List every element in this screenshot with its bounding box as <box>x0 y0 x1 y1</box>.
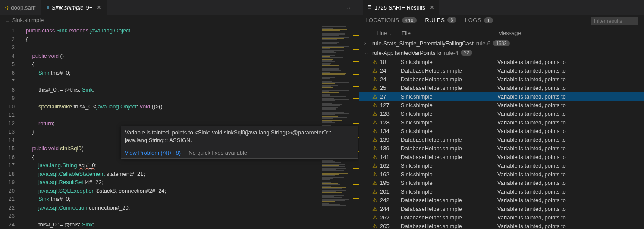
message: Variable is tainted, points to <box>497 206 566 212</box>
message: Variable is tainted, points to <box>497 145 566 152</box>
result-row[interactable]: ⚠162Sink.shimpleVariable is tainted, poi… <box>359 170 644 178</box>
tab-label: LOCATIONS <box>365 17 399 23</box>
panel-title: 1725 SARIF Results <box>374 4 425 11</box>
file-name: Sink.shimple <box>401 171 497 178</box>
panel-tab-sarif[interactable]: ☰ 1725 SARIF Results ✕ <box>363 0 439 15</box>
line-number: 262 <box>380 214 401 221</box>
result-row[interactable]: ⚠195Sink.shimpleVariable is tainted, poi… <box>359 178 644 187</box>
hover-message: Variable is tainted, points to <Sink: vo… <box>121 126 358 147</box>
line-number: 139 <box>380 137 401 143</box>
result-row[interactable]: ⚠162Sink.shimpleVariable is tainted, poi… <box>359 161 644 170</box>
view-tab-rules[interactable]: RULES6 <box>425 17 456 25</box>
editor-tab[interactable]: ≡Sink.shimple9+✕ <box>41 0 107 15</box>
message: Variable is tainted, points to <box>497 76 566 83</box>
file-name: DatabaseHelper.shimple <box>401 145 497 152</box>
result-rows[interactable]: ›rule-Stats_Simple_PotentiallyFailingCas… <box>359 38 644 229</box>
editor-tab[interactable]: {}doop.sarif <box>0 0 41 15</box>
message: Variable is tainted, points to <box>497 171 566 178</box>
result-row[interactable]: ⚠201Sink.shimpleVariable is tainted, poi… <box>359 187 644 196</box>
count-badge: 440 <box>402 17 417 23</box>
editor-group: {}doop.sarif≡Sink.shimple9+✕··· ≡ Sink.s… <box>0 0 359 229</box>
result-row[interactable]: ⚠134Sink.shimpleVariable is tainted, poi… <box>359 127 644 135</box>
result-row[interactable]: ⚠128Sink.shimpleVariable is tainted, poi… <box>359 118 644 127</box>
panel-header: LOCATIONS440RULES6LOGS1 <box>359 15 644 27</box>
warning-icon: ⚠ <box>372 154 380 160</box>
warning-icon: ⚠ <box>372 85 380 91</box>
warning-icon: ⚠ <box>372 67 380 74</box>
file-name: DatabaseHelper.shimple <box>401 197 497 204</box>
result-row[interactable]: ⚠139DatabaseHelper.shimpleVariable is ta… <box>359 135 644 144</box>
message: Variable is tainted, points to <box>497 162 566 169</box>
line-number: 128 <box>380 111 401 117</box>
code-editor[interactable]: 123456789101112131415161718192021222324 … <box>0 25 359 229</box>
file-name: DatabaseHelper.shimple <box>401 154 497 160</box>
warning-icon: ⚠ <box>372 188 380 195</box>
message: Variable is tainted, points to <box>497 214 566 221</box>
file-name: Sink.shimple <box>401 119 497 126</box>
col-line[interactable]: Line ↓ <box>377 30 402 36</box>
no-quick-fixes-label: No quick fixes available <box>188 149 247 156</box>
result-row[interactable]: ⚠18Sink.shimpleVariable is tainted, poin… <box>359 57 644 66</box>
result-row[interactable]: ⚠24DatabaseHelper.shimpleVariable is tai… <box>359 75 644 83</box>
line-number: 139 <box>380 145 401 152</box>
file-name: DatabaseHelper.shimple <box>401 206 497 212</box>
warning-icon: ⚠ <box>372 214 380 221</box>
result-row[interactable]: ⚠265DatabaseHelper.shimpleVariable is ta… <box>359 222 644 229</box>
close-icon[interactable]: ✕ <box>97 4 101 11</box>
tab-label: doop.sarif <box>11 4 35 11</box>
file-name: DatabaseHelper.shimple <box>401 137 497 143</box>
message: Variable is tainted, points to <box>497 180 566 186</box>
diagnostic-hover: Variable is tainted, points to <Sink: vo… <box>121 126 358 159</box>
line-number: 162 <box>380 171 401 178</box>
message: Variable is tainted, points to <box>497 154 566 160</box>
close-icon[interactable]: ✕ <box>430 4 434 11</box>
rule-id: rule-6 <box>476 40 490 47</box>
breadcrumb-label: Sink.shimple <box>12 17 44 23</box>
warning-icon: ⚠ <box>372 93 380 100</box>
file-name: DatabaseHelper.shimple <box>401 214 497 221</box>
tab-label: Sink.shimple <box>52 4 84 11</box>
result-row[interactable]: ⚠262DatabaseHelper.shimpleVariable is ta… <box>359 213 644 222</box>
chevron-right-icon: › <box>364 41 370 46</box>
result-row[interactable]: ⚠139DatabaseHelper.shimpleVariable is ta… <box>359 144 644 153</box>
chevron-down-icon: ⌄ <box>364 51 370 55</box>
line-number: 27 <box>380 93 401 100</box>
tab-overflow-button[interactable]: ··· <box>341 4 359 11</box>
result-row[interactable]: ⚠244DatabaseHelper.shimpleVariable is ta… <box>359 204 644 213</box>
warning-icon: ⚠ <box>372 223 380 229</box>
result-row[interactable]: ⚠141DatabaseHelper.shimpleVariable is ta… <box>359 153 644 161</box>
line-number: 134 <box>380 128 401 134</box>
rule-group[interactable]: ⌄rule-AppTaintedVarPointsTo rule-4 22 <box>359 48 644 57</box>
message: Variable is tainted, points to <box>497 67 566 74</box>
warning-icon: ⚠ <box>372 171 380 178</box>
view-problem-link[interactable]: View Problem (Alt+F8) <box>125 149 181 156</box>
filter-input[interactable] <box>591 17 638 25</box>
file-name: Sink.shimple <box>401 102 497 108</box>
line-number: 242 <box>380 197 401 204</box>
rule-id: rule-4 <box>444 50 458 56</box>
breadcrumb[interactable]: ≡ Sink.shimple <box>0 15 359 25</box>
warning-icon: ⚠ <box>372 180 380 186</box>
file-name: Sink.shimple <box>401 188 497 195</box>
col-message[interactable]: Message <box>498 30 521 36</box>
file-name: Sink.shimple <box>401 180 497 186</box>
result-row[interactable]: ⚠27Sink.shimpleVariable is tainted, poin… <box>359 92 644 101</box>
warning-icon: ⚠ <box>372 76 380 83</box>
file-name: DatabaseHelper.shimple <box>401 76 497 83</box>
message: Variable is tainted, points to <box>497 188 566 195</box>
view-tab-logs[interactable]: LOGS1 <box>465 17 493 25</box>
rule-group[interactable]: ›rule-Stats_Simple_PotentiallyFailingCas… <box>359 38 644 48</box>
file-name: Sink.shimple <box>401 111 497 117</box>
message: Variable is tainted, points to <box>497 111 566 117</box>
result-row[interactable]: ⚠127Sink.shimpleVariable is tainted, poi… <box>359 101 644 109</box>
col-file[interactable]: File <box>402 30 498 36</box>
file-icon: {} <box>5 5 8 10</box>
message: Variable is tainted, points to <box>497 85 566 91</box>
file-name: Sink.shimple <box>401 59 497 65</box>
result-row[interactable]: ⚠24DatabaseHelper.shimpleVariable is tai… <box>359 66 644 75</box>
view-tab-locations[interactable]: LOCATIONS440 <box>365 17 417 25</box>
result-row[interactable]: ⚠25DatabaseHelper.shimpleVariable is tai… <box>359 83 644 92</box>
result-row[interactable]: ⚠128Sink.shimpleVariable is tainted, poi… <box>359 109 644 118</box>
result-row[interactable]: ⚠242DatabaseHelper.shimpleVariable is ta… <box>359 196 644 204</box>
file-name: Sink.shimple <box>401 162 497 169</box>
